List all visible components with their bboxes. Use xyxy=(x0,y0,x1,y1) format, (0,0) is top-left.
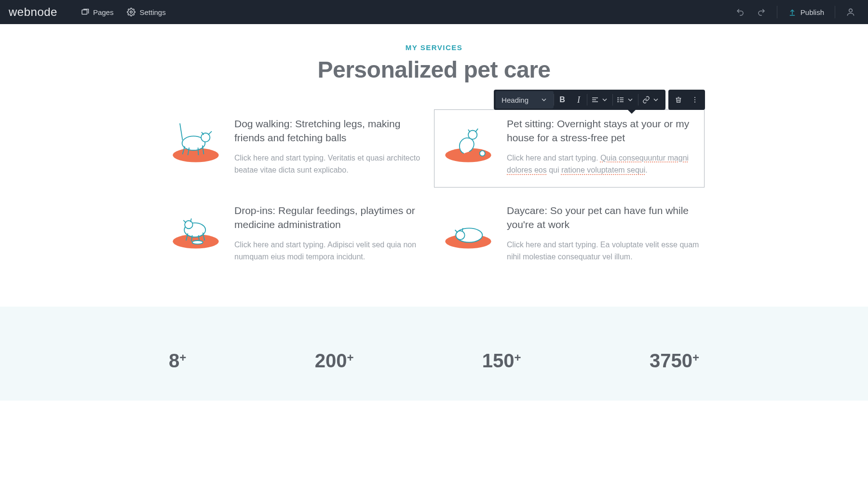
brand-logo: webnode xyxy=(9,5,57,19)
link-icon xyxy=(642,96,650,104)
drop-ins-illustration xyxy=(169,203,223,252)
svg-point-18 xyxy=(192,241,203,244)
service-card-pet-sitting[interactable]: Pet sitting: Overnight stays at your or … xyxy=(434,110,704,187)
svg-point-17 xyxy=(185,221,193,229)
svg-point-9 xyxy=(694,97,695,98)
svg-point-2 xyxy=(849,9,853,12)
separator xyxy=(777,6,777,18)
service-title[interactable]: Daycare: So your pet can have fun while … xyxy=(507,203,699,232)
svg-point-6 xyxy=(618,97,618,98)
topbar-nav-left: Pages Settings xyxy=(81,8,166,16)
service-body[interactable]: Click here and start typing. Veritatis e… xyxy=(234,152,427,176)
redo-button[interactable] xyxy=(753,3,770,21)
toolbar-group-actions xyxy=(668,90,705,110)
italic-button[interactable]: I xyxy=(570,91,587,108)
stat-item[interactable]: 8+ xyxy=(169,350,186,372)
align-left-icon xyxy=(591,96,599,104)
service-card-daycare[interactable]: Daycare: So your pet can have fun while … xyxy=(441,203,699,263)
align-dropdown[interactable] xyxy=(587,91,612,108)
chevron-down-icon xyxy=(601,96,609,104)
more-vertical-icon xyxy=(691,96,699,104)
stat-item[interactable]: 200+ xyxy=(315,350,354,372)
pages-icon xyxy=(81,8,89,16)
trash-icon xyxy=(675,96,682,104)
separator xyxy=(835,6,835,18)
svg-point-7 xyxy=(618,99,618,100)
user-icon xyxy=(846,7,855,17)
page-canvas[interactable]: MY SERVICES Personalized pet care Dog wa… xyxy=(0,24,868,401)
redo-icon xyxy=(757,8,766,16)
chevron-down-icon xyxy=(652,96,660,104)
publish-label: Publish xyxy=(800,8,824,16)
list-icon xyxy=(617,96,624,104)
text-style-label: Heading xyxy=(502,96,529,104)
toolbar-pointer xyxy=(628,110,636,114)
topbar-nav-right: Publish xyxy=(732,3,859,21)
toolbar-group-main: Heading B I xyxy=(494,90,665,110)
undo-icon xyxy=(736,8,745,16)
svg-point-8 xyxy=(618,101,618,102)
pages-button[interactable]: Pages xyxy=(81,8,114,16)
more-button[interactable] xyxy=(687,91,703,108)
list-dropdown[interactable] xyxy=(613,91,638,108)
services-grid: Dog walking: Stretching legs, making fri… xyxy=(169,117,699,263)
stat-item[interactable]: 3750+ xyxy=(650,350,699,372)
chevron-down-icon xyxy=(626,96,634,104)
publish-button[interactable]: Publish xyxy=(784,8,828,16)
pet-sitting-illustration xyxy=(441,117,495,165)
stat-item[interactable]: 150+ xyxy=(482,350,521,372)
dog-walking-illustration xyxy=(169,117,223,165)
svg-point-1 xyxy=(130,11,133,13)
text-format-toolbar: Heading B I xyxy=(494,90,705,110)
account-button[interactable] xyxy=(842,3,859,21)
chevron-down-icon xyxy=(540,96,548,104)
stats-row: 8+ 200+ 150+ 3750+ xyxy=(169,350,699,372)
bold-button[interactable]: B xyxy=(554,91,570,108)
daycare-illustration xyxy=(441,203,495,252)
service-card-drop-ins[interactable]: Drop-ins: Regular feedings, playtimes or… xyxy=(169,203,427,263)
service-body[interactable]: Click here and start typing. Ea voluptat… xyxy=(507,239,699,263)
text-style-dropdown[interactable]: Heading xyxy=(496,91,554,108)
settings-label: Settings xyxy=(139,8,165,16)
section-eyebrow[interactable]: MY SERVICES xyxy=(0,43,868,52)
service-body[interactable]: Click here and start typing. Quia conseq… xyxy=(507,152,699,176)
link-button[interactable] xyxy=(638,91,664,108)
stats-section[interactable]: 8+ 200+ 150+ 3750+ xyxy=(0,307,868,401)
service-title[interactable]: Pet sitting: Overnight stays at your or … xyxy=(507,117,699,145)
gear-icon xyxy=(127,8,136,16)
service-title[interactable]: Dog walking: Stretching legs, making fri… xyxy=(234,117,427,145)
service-title[interactable]: Drop-ins: Regular feedings, playtimes or… xyxy=(234,203,427,232)
svg-rect-0 xyxy=(82,10,87,14)
section-title[interactable]: Personalized pet care xyxy=(0,56,868,83)
upload-icon xyxy=(788,8,797,16)
undo-button[interactable] xyxy=(732,3,749,21)
svg-point-11 xyxy=(694,102,695,103)
service-card-dog-walking[interactable]: Dog walking: Stretching legs, making fri… xyxy=(169,117,427,176)
svg-point-10 xyxy=(694,99,695,100)
delete-button[interactable] xyxy=(670,91,687,108)
service-body[interactable]: Click here and start typing. Adipisci ve… xyxy=(234,239,427,263)
pages-label: Pages xyxy=(93,8,114,16)
spellcheck-underline: ratione voluptatem sequi xyxy=(561,166,645,174)
svg-point-14 xyxy=(480,150,485,156)
settings-button[interactable]: Settings xyxy=(127,8,165,16)
editor-topbar: webnode Pages Settings Publish xyxy=(0,0,868,24)
